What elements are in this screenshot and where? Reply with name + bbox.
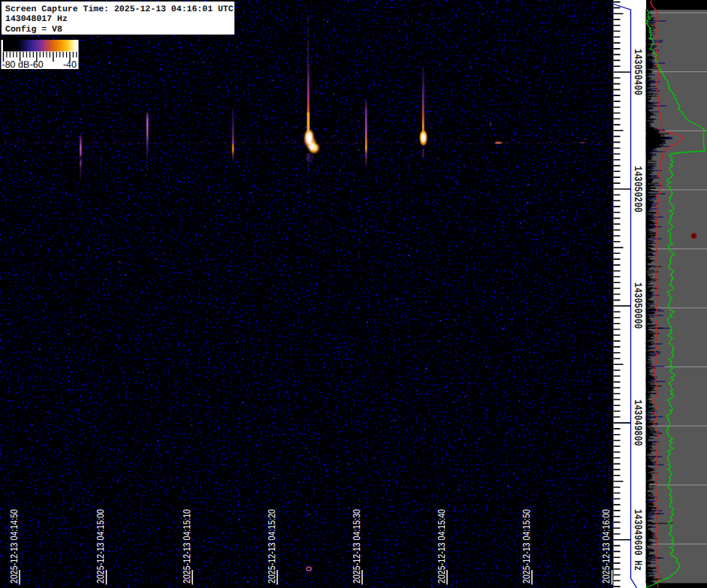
svg-text:143050000: 143050000 xyxy=(631,282,643,329)
svg-text:143049600 Hz: 143049600 Hz xyxy=(631,509,643,571)
svg-text:143050200: 143050200 xyxy=(631,166,643,213)
svg-text:2025-12-13 04:15:20: 2025-12-13 04:15:20 xyxy=(266,509,277,583)
svg-text:2025-12-13 04:15:00: 2025-12-13 04:15:00 xyxy=(95,509,106,583)
svg-text:2025-12-13 04:15:40: 2025-12-13 04:15:40 xyxy=(436,509,447,583)
svg-text:-60: -60 xyxy=(30,59,44,70)
svg-text:143049800: 143049800 xyxy=(631,400,643,446)
svg-text:2025-12-13 04:16:00: 2025-12-13 04:16:00 xyxy=(600,509,612,583)
svg-text:-40: -40 xyxy=(63,59,77,70)
svg-text:2025-12-13 04:15:50: 2025-12-13 04:15:50 xyxy=(521,509,532,583)
svg-text:Config = V8: Config = V8 xyxy=(5,25,62,35)
svg-text:2025-12-13 04:14:50: 2025-12-13 04:14:50 xyxy=(8,509,20,583)
svg-text:143048017 Hz: 143048017 Hz xyxy=(5,14,68,24)
svg-text:2025-12-13 04:15:30: 2025-12-13 04:15:30 xyxy=(351,509,362,583)
svg-text:2025-12-13 04:15:10: 2025-12-13 04:15:10 xyxy=(181,509,192,583)
svg-text:Screen Capture Time: 2025-12-1: Screen Capture Time: 2025-12-13 04:16:01… xyxy=(5,5,234,14)
svg-text:143050400: 143050400 xyxy=(631,49,643,95)
svg-text:-80 dB: -80 dB xyxy=(2,59,30,70)
